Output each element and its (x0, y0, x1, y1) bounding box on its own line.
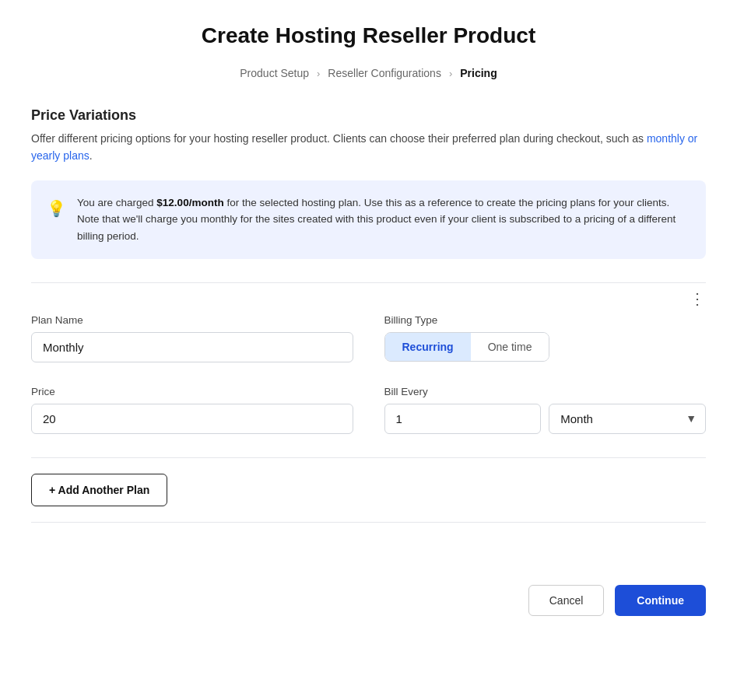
plan-name-label: Plan Name (31, 314, 353, 326)
price-label: Price (31, 386, 353, 397)
page-title: Create Hosting Reseller Product (31, 23, 706, 48)
section-description: Offer different pricing options for your… (31, 130, 706, 165)
breadcrumb: Product Setup › Reseller Configurations … (31, 67, 706, 79)
billing-type-field-group: Billing Type Recurring One time (384, 314, 707, 362)
divider-top (31, 282, 706, 283)
plan-name-input[interactable] (31, 332, 353, 362)
bulb-icon: 💡 (47, 196, 66, 221)
bill-every-label: Bill Every (384, 386, 707, 397)
bill-every-period-select[interactable]: Month Year Week Day (549, 404, 706, 434)
footer-actions: Cancel Continue (31, 569, 706, 616)
plan-section: ⋮ Plan Name Billing Type Recurring One t… (31, 299, 706, 442)
bill-every-number-input[interactable] (384, 404, 542, 434)
bill-every-row: Month Year Week Day ▼ (384, 404, 707, 434)
billing-type-label: Billing Type (384, 314, 707, 326)
billing-type-recurring[interactable]: Recurring (385, 333, 471, 361)
plan-grid: Plan Name Billing Type Recurring One tim… (31, 314, 706, 434)
breadcrumb-chevron-1: › (317, 68, 320, 79)
price-field-group: Price (31, 386, 353, 434)
info-box-text: You are charged $12.00/month for the sel… (77, 194, 690, 245)
continue-button[interactable]: Continue (615, 585, 706, 616)
add-another-plan-button[interactable]: + Add Another Plan (31, 474, 167, 506)
breadcrumb-step-pricing: Pricing (460, 67, 497, 79)
billing-type-one-time[interactable]: One time (471, 333, 549, 361)
price-variations-section: Price Variations Offer different pricing… (31, 107, 706, 259)
info-box: 💡 You are charged $12.00/month for the s… (31, 180, 706, 259)
divider-footer (31, 522, 706, 523)
bill-every-period-wrapper: Month Year Week Day ▼ (549, 404, 706, 434)
cancel-button[interactable]: Cancel (528, 585, 605, 616)
price-input[interactable] (31, 404, 353, 434)
plan-options-menu[interactable]: ⋮ (690, 291, 706, 306)
breadcrumb-chevron-2: › (449, 68, 452, 79)
billing-type-toggle: Recurring One time (384, 332, 550, 362)
breadcrumb-step-reseller-config: Reseller Configurations (328, 67, 441, 79)
divider-bottom (31, 457, 706, 458)
bill-every-field-group: Bill Every Month Year Week Day ▼ (384, 386, 707, 434)
section-title: Price Variations (31, 107, 706, 124)
breadcrumb-step-product-setup: Product Setup (240, 67, 309, 79)
plan-name-field-group: Plan Name (31, 314, 353, 362)
